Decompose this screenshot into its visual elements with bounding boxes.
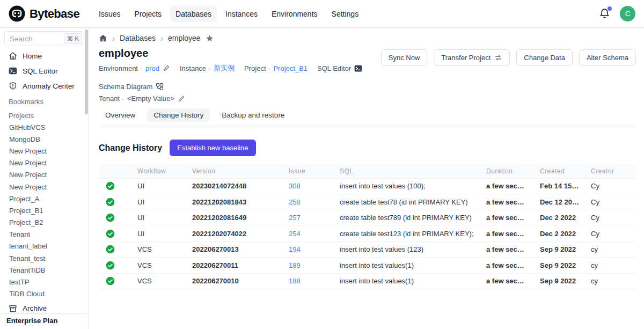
table-row[interactable]: VCS202206270010188insert into test value… [99, 273, 636, 289]
success-check-icon [106, 213, 115, 222]
sidebar-item-label: SQL Editor [23, 67, 58, 75]
table-row[interactable]: UI20221202081649257create table test789 … [99, 210, 636, 226]
sidebar-item-sql-editor[interactable]: SQL Editor [0, 63, 89, 78]
sidebar-project-new-project[interactable]: New Project [0, 145, 89, 157]
creator-cell: Cy [582, 194, 636, 210]
establish-baseline-button[interactable]: Establish new baseline [170, 140, 255, 156]
nav-item-environments[interactable]: Environments [266, 6, 323, 22]
sidebar-item-home[interactable]: Home [0, 48, 89, 63]
issue-cell: 308 [280, 178, 331, 194]
issue-link[interactable]: 258 [289, 198, 301, 206]
sync-now-button[interactable]: Sync Now [381, 49, 428, 65]
issue-cell: 258 [280, 194, 331, 210]
sidebar-project-tenant[interactable]: Tenant [0, 229, 89, 240]
workflow-cell: UI [129, 210, 184, 226]
sql-editor-shortcut[interactable]: SQL Editor [317, 64, 362, 72]
notifications-button[interactable] [599, 8, 610, 19]
issue-link[interactable]: 189 [289, 261, 301, 269]
environment-label: Environment - [99, 64, 142, 72]
table-row[interactable]: VCS202206270011189insert into test value… [99, 258, 636, 274]
status-cell [99, 226, 129, 242]
sidebar-scroll-area: HomeSQL EditorAnomaly Center Bookmarks P… [0, 48, 89, 313]
col-header-created: Created [531, 164, 582, 178]
col-header-creator: Creator [582, 164, 636, 178]
tab-change-history[interactable]: Change History [147, 108, 210, 122]
issue-cell: 254 [280, 226, 331, 242]
avatar[interactable]: C [620, 6, 635, 21]
nav-item-instances[interactable]: Instances [220, 6, 263, 22]
change-data-button[interactable]: Change Data [516, 49, 573, 65]
workflow-cell: VCS [129, 242, 184, 258]
status-cell [99, 210, 129, 226]
created-cell: Sep 9 2022 [531, 258, 582, 274]
sidebar-project-new-project[interactable]: New Project [0, 181, 89, 193]
table-header-row: WorkflowVersionIssueSQLDurationCreatedCr… [99, 164, 636, 178]
created-cell: Sep 9 2022 [531, 273, 582, 289]
section-header: Change History Establish new baseline [99, 140, 636, 156]
schema-diagram-icon [156, 83, 164, 91]
change-history-table: WorkflowVersionIssueSQLDurationCreatedCr… [99, 164, 636, 289]
terminal-icon [9, 67, 17, 75]
sidebar-item-label: Home [23, 52, 42, 60]
sidebar-project-mongodb[interactable]: MongoDB [0, 133, 89, 145]
success-check-icon [106, 181, 115, 191]
nav-item-databases[interactable]: Databases [170, 6, 217, 22]
sidebar-project-new-project[interactable]: New Project [0, 157, 89, 169]
created-cell: Dec 2 2022 [531, 210, 582, 226]
search-shortcut-badge: ⌘ K [64, 33, 82, 44]
alter-schema-button[interactable]: Alter Schema [579, 49, 636, 65]
sidebar-project-project-b1[interactable]: Project_B1 [0, 204, 89, 216]
breadcrumb-databases[interactable]: Databases [120, 34, 156, 42]
table-row[interactable]: UI20221202081843258create table test78 (… [99, 194, 636, 210]
page-header: employee Environment - prod Instance - 新… [99, 42, 636, 103]
star-icon[interactable] [206, 34, 214, 42]
instance-link[interactable]: 新实例 [214, 63, 235, 73]
environment-link[interactable]: prod [145, 64, 159, 72]
schema-diagram-shortcut[interactable]: Schema Diagram [99, 83, 164, 91]
table-row[interactable]: UI20230214072448308insert into test valu… [99, 178, 636, 194]
tenant-label: Tenant - [99, 94, 124, 103]
creator-cell: Cy [582, 226, 636, 242]
table-row[interactable]: VCS202206270013194insert into test value… [99, 242, 636, 258]
tab-bar: OverviewChange HistoryBackup and restore [99, 108, 636, 126]
bytebase-logo[interactable]: Bytebase [9, 5, 79, 22]
workflow-cell: UI [129, 178, 184, 194]
sidebar-item-archive[interactable]: Archive [0, 304, 89, 313]
nav-item-settings[interactable]: Settings [326, 6, 364, 22]
sidebar-project-new-project[interactable]: New Project [0, 169, 89, 181]
sidebar-item-anomaly-center[interactable]: Anomaly Center [0, 78, 89, 93]
transfer-project-button[interactable]: Transfer Project [434, 49, 510, 65]
issue-link[interactable]: 257 [289, 214, 301, 222]
sidebar-project-tenanttidb[interactable]: TenantTiDB [0, 264, 89, 276]
sidebar-scrollbar[interactable] [85, 30, 88, 114]
created-cell: Dec 2 2022 [531, 226, 582, 242]
sidebar-project-testtp[interactable]: testTP [0, 276, 89, 288]
sql-editor-label: SQL Editor [317, 64, 351, 72]
home-filled-icon[interactable] [99, 34, 107, 42]
tab-overview[interactable]: Overview [99, 108, 142, 122]
issue-link[interactable]: 188 [289, 277, 301, 285]
sidebar-project-githubvcs[interactable]: GitHubVCS [0, 121, 89, 133]
chevron-right-icon: › [160, 34, 163, 42]
sidebar-project-project-a[interactable]: Project_A [0, 193, 89, 204]
tab-backup-and-restore[interactable]: Backup and restore [215, 108, 291, 122]
issue-link[interactable]: 308 [289, 182, 301, 190]
duration-cell: a few seconds [478, 194, 531, 210]
table-row[interactable]: UI20221202074022254create table test123 … [99, 226, 636, 242]
sidebar-section-bookmarks: Bookmarks [0, 95, 89, 107]
issue-link[interactable]: 194 [289, 245, 301, 253]
pencil-edit-icon[interactable] [178, 95, 185, 103]
sidebar-project-project-b2[interactable]: Project_B2 [0, 217, 89, 229]
nav-item-issues[interactable]: Issues [93, 6, 126, 22]
main-nav: IssuesProjectsDatabasesInstancesEnvironm… [93, 6, 364, 22]
sidebar-project-tenant-test[interactable]: Tenant_test [0, 252, 89, 264]
status-cell [99, 273, 129, 289]
issue-link[interactable]: 254 [289, 230, 301, 238]
sidebar: ⌘ K HomeSQL EditorAnomaly Center Bookmar… [0, 28, 89, 329]
sidebar-project-tenant-label[interactable]: tenant_label [0, 240, 89, 252]
status-cell [99, 194, 129, 210]
nav-item-projects[interactable]: Projects [129, 6, 167, 22]
sidebar-project-tidb-cloud[interactable]: TiDB Cloud [0, 288, 89, 300]
project-link[interactable]: Project_B1 [273, 64, 308, 72]
creator-cell: Cy [582, 210, 636, 226]
